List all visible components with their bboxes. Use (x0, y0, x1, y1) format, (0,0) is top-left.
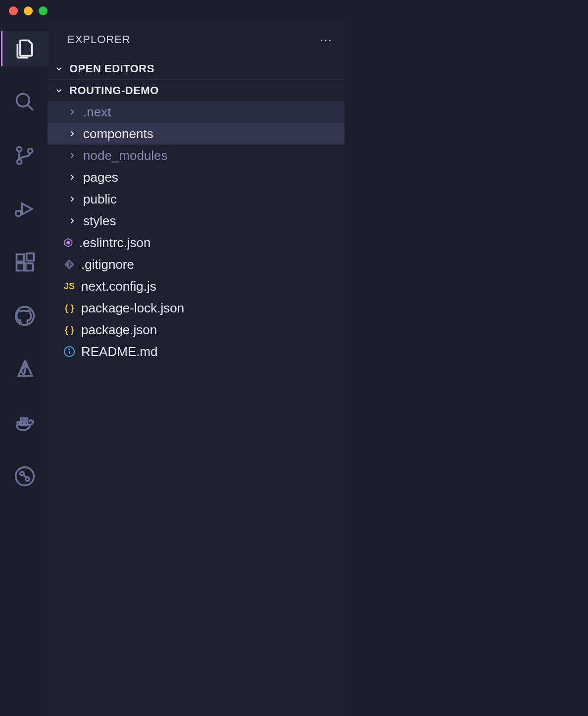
activity-source-control[interactable] (1, 138, 49, 173)
tree-item-label: components (83, 126, 153, 142)
file-eslintrc[interactable]: .eslintrc.json (48, 232, 344, 254)
activity-docker[interactable] (1, 405, 49, 441)
file-package-lock[interactable]: { } package-lock.json (48, 297, 344, 319)
svg-rect-12 (26, 254, 34, 261)
tree-item-label: styles (83, 213, 116, 229)
tree-item-label: package-lock.json (81, 301, 184, 316)
folder-next[interactable]: .next (48, 101, 344, 123)
section-open-editors[interactable]: OPEN EDITORS (48, 57, 344, 79)
section-label: ROUTING-DEMO (69, 84, 159, 97)
file-next-config[interactable]: JS next.config.js (48, 275, 344, 297)
main: EXPLORER ··· OPEN EDITORS ROUTING-DEMO (0, 22, 588, 716)
js-icon: JS (62, 279, 76, 293)
chevron-down-icon (53, 64, 64, 73)
chevron-right-icon (66, 151, 78, 160)
svg-point-3 (17, 159, 21, 164)
sidebar-header: EXPLORER ··· (48, 22, 344, 57)
file-readme[interactable]: README.md (48, 341, 344, 362)
azure-icon (14, 358, 36, 380)
tree-item-label: .gitignore (81, 257, 134, 272)
tree-item-label: README.md (81, 344, 158, 359)
activity-bar (0, 22, 48, 716)
activity-run-debug[interactable] (1, 191, 49, 227)
chevron-right-icon (66, 107, 78, 116)
activity-gitlens[interactable] (1, 459, 49, 494)
folder-node-modules[interactable]: node_modules (48, 145, 344, 166)
chevron-right-icon (66, 129, 78, 138)
svg-rect-17 (21, 418, 23, 421)
docker-icon (14, 412, 36, 434)
svg-point-21 (25, 477, 29, 481)
activity-search[interactable] (1, 84, 49, 120)
window-close-button[interactable] (9, 6, 18, 15)
svg-rect-11 (25, 263, 33, 271)
sidebar-title: EXPLORER (67, 33, 131, 46)
svg-point-20 (20, 472, 23, 475)
folder-public[interactable]: public (48, 188, 344, 210)
window: EXPLORER ··· OPEN EDITORS ROUTING-DEMO (0, 0, 588, 716)
activity-explorer[interactable] (1, 31, 49, 66)
svg-line-22 (23, 475, 26, 478)
titlebar (0, 0, 588, 22)
svg-rect-18 (25, 418, 28, 421)
chevron-right-icon (66, 173, 78, 182)
editor-area (344, 22, 588, 716)
json-icon: { } (62, 323, 76, 337)
svg-marker-5 (22, 204, 32, 214)
chevron-down-icon (53, 86, 64, 95)
file-gitignore[interactable]: .gitignore (48, 254, 344, 275)
file-package-json[interactable]: { } package.json (48, 319, 344, 341)
section-label: OPEN EDITORS (69, 62, 154, 75)
activity-extensions[interactable] (1, 245, 49, 280)
eslint-icon (62, 237, 74, 249)
svg-rect-10 (16, 263, 24, 271)
info-icon (62, 345, 76, 358)
tree-item-label: package.json (81, 322, 157, 338)
svg-line-1 (27, 105, 33, 110)
activity-github[interactable] (1, 298, 49, 334)
tree-item-label: next.config.js (81, 279, 156, 294)
chevron-right-icon (66, 195, 78, 204)
section-project-root[interactable]: ROUTING-DEMO (48, 79, 344, 101)
branch-icon (14, 145, 36, 166)
play-bug-icon (14, 198, 36, 220)
svg-point-2 (17, 147, 21, 152)
svg-line-8 (20, 211, 21, 212)
extensions-icon (14, 252, 36, 273)
activity-azure[interactable] (1, 352, 49, 387)
folder-pages[interactable]: pages (48, 166, 344, 188)
gitlens-icon (14, 465, 36, 487)
svg-point-0 (16, 94, 29, 107)
tree-item-label: .next (83, 104, 111, 120)
svg-marker-24 (66, 241, 70, 244)
svg-point-4 (28, 149, 32, 153)
folder-styles[interactable]: styles (48, 210, 344, 232)
tree-item-label: .eslintrc.json (79, 235, 151, 251)
file-tree: .next components node_modules (48, 101, 344, 362)
window-minimize-button[interactable] (24, 6, 33, 15)
svg-line-7 (15, 211, 16, 212)
explorer-sidebar: EXPLORER ··· OPEN EDITORS ROUTING-DEMO (48, 22, 344, 716)
tree-item-label: pages (83, 170, 118, 185)
files-icon (14, 38, 36, 59)
svg-point-33 (69, 349, 70, 350)
tree-item-label: public (83, 192, 117, 207)
json-icon: { } (62, 301, 76, 315)
sidebar-more-button[interactable]: ··· (320, 33, 333, 47)
tree-item-label: node_modules (83, 148, 168, 163)
git-icon (62, 257, 76, 271)
search-icon (14, 91, 36, 113)
window-maximize-button[interactable] (39, 6, 48, 15)
github-icon (14, 305, 36, 327)
chevron-right-icon (66, 216, 78, 225)
svg-rect-9 (16, 255, 24, 262)
folder-components[interactable]: components (48, 123, 344, 145)
